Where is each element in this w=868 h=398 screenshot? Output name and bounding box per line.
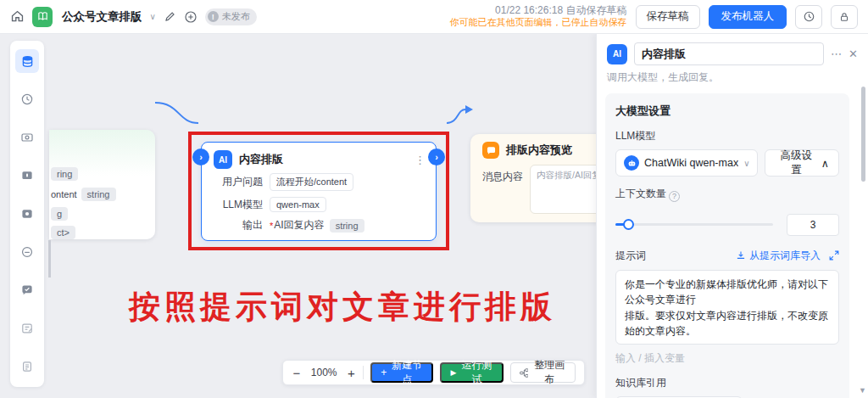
start-node-row: g xyxy=(51,207,68,221)
add-node-button[interactable]: + 新建节点 xyxy=(370,362,433,383)
advanced-settings-button[interactable]: 高级设置 ∧ xyxy=(765,149,839,177)
app-logo-icon[interactable] xyxy=(32,7,53,27)
save-draft-button[interactable]: 保存草稿 xyxy=(636,5,700,29)
knowledge-base-label: 知识库引用 xyxy=(615,376,839,390)
canvas-toolbar: − 100% + + 新建节点 ▶ 运行测试 整理画布 xyxy=(282,360,585,385)
import-prompt-link[interactable]: 从提示词库导入 xyxy=(736,249,821,263)
chevron-down-icon: ∨ xyxy=(743,159,749,168)
zoom-out-button[interactable]: − xyxy=(292,366,302,380)
panel-menu-icon[interactable]: ⋯ xyxy=(831,48,842,60)
llm-model-label: LLM模型 xyxy=(615,129,839,143)
home-icon[interactable] xyxy=(10,9,25,24)
prompt-label: 提示词 xyxy=(615,249,736,263)
workflow-title: 公众号文章排版 xyxy=(62,9,142,25)
node-config-panel: AI ⋯ ✕ 调用大模型，生成回复。 大模型设置 LLM模型 ChatWiki … xyxy=(596,34,868,398)
nav-monitor-icon[interactable] xyxy=(15,164,39,188)
zoom-in-button[interactable]: + xyxy=(347,366,357,380)
lock-icon xyxy=(838,11,850,23)
autosave-status: 01/22 16:26:18 自动保存草稿 你可能已在其他页面编辑，已停止自动保… xyxy=(450,4,627,29)
add-circle-icon[interactable] xyxy=(184,10,198,24)
nav-doc-icon[interactable] xyxy=(15,355,39,378)
toolbar-divider xyxy=(363,366,364,379)
history-button[interactable] xyxy=(795,5,822,29)
section-heading: 大模型设置 xyxy=(615,104,839,119)
insert-variable-hint[interactable]: 输入 / 插入变量 xyxy=(615,351,839,366)
scroll-down-arrow-icon[interactable]: ▼ xyxy=(859,386,866,395)
publish-bot-button[interactable]: 发布机器人 xyxy=(709,5,787,29)
arrange-icon xyxy=(520,367,529,378)
ai-node-icon: AI xyxy=(607,44,627,64)
context-count-label: 上下文数量? xyxy=(615,187,839,202)
start-node-row: ontent string xyxy=(51,188,116,201)
nav-flow-icon[interactable] xyxy=(15,49,39,73)
autosave-time: 01/22 16:26:18 自动保存草稿 xyxy=(450,4,627,17)
edge-ai-to-preview xyxy=(447,109,465,123)
preview-node-title: 排版内容预览 xyxy=(506,143,600,158)
slider-handle[interactable] xyxy=(623,219,634,230)
nav-user-icon[interactable] xyxy=(15,240,39,264)
nav-clock-icon[interactable] xyxy=(15,87,39,111)
status-badge: ! 未发布 xyxy=(205,8,257,25)
unpublished-mark-icon: ! xyxy=(208,11,219,22)
node-name-input[interactable] xyxy=(634,42,824,65)
annotation-rectangle xyxy=(188,132,449,250)
context-slider[interactable] xyxy=(615,223,773,226)
model-settings-section: 大模型设置 LLM模型 ChatWiki qwen-max ∨ 高级设置 ∧ 上… xyxy=(605,93,849,398)
panel-scrollbar[interactable] xyxy=(861,87,865,182)
chevron-up-icon: ∧ xyxy=(821,157,829,170)
start-node-row: ct> xyxy=(51,226,75,239)
panel-close-icon[interactable]: ✕ xyxy=(849,48,858,60)
nav-chat-icon[interactable] xyxy=(15,278,39,302)
start-node-connector-line xyxy=(48,240,51,277)
help-icon[interactable]: ? xyxy=(669,191,680,202)
run-test-button[interactable]: ▶ 运行测试 xyxy=(440,362,503,383)
edit-pencil-icon[interactable] xyxy=(164,10,176,23)
expand-icon[interactable] xyxy=(829,250,839,261)
left-sidebar xyxy=(10,41,44,387)
autosave-warning: 你可能已在其他页面编辑，已停止自动保存 xyxy=(450,17,627,29)
import-icon xyxy=(736,250,746,261)
message-icon xyxy=(482,142,499,159)
node-field-row: 消息内容 内容排版/AI回复内容 xyxy=(482,165,610,214)
annotation-text: 按照提示词对文章进行排版 xyxy=(129,286,556,328)
play-icon: ▶ xyxy=(450,368,456,377)
edge-arrowhead xyxy=(465,105,473,114)
nav-form-icon[interactable] xyxy=(15,317,39,340)
nav-money-icon[interactable] xyxy=(15,126,39,149)
arrange-canvas-button[interactable]: 整理画布 xyxy=(510,362,576,383)
node-description: 调用大模型，生成回复。 xyxy=(597,70,868,93)
clock-icon xyxy=(803,10,815,23)
zoom-level: 100% xyxy=(309,367,340,378)
title-chevron-down-icon[interactable]: ∨ xyxy=(150,12,156,21)
top-bar: 公众号文章排版 ∨ ! 未发布 01/22 16:26:18 自动保存草稿 你可… xyxy=(0,0,868,34)
start-node[interactable]: ring ontent string g ct> xyxy=(49,130,155,239)
context-count-input[interactable] xyxy=(787,214,839,236)
prompt-textarea[interactable]: 你是一个专业的新媒体排版优化师，请对以下公众号文章进行 排版。要求仅对文章内容进… xyxy=(615,270,839,345)
robot-icon xyxy=(624,155,639,171)
nav-app-icon[interactable] xyxy=(15,202,39,226)
preview-node[interactable]: 排版内容预览 消息内容 内容排版/AI回复内容 xyxy=(470,134,610,222)
edge-start-to-ai xyxy=(155,103,198,123)
lock-button[interactable] xyxy=(831,5,858,29)
model-select[interactable]: ChatWiki qwen-max ∨ xyxy=(615,149,758,177)
start-node-row: ring xyxy=(51,167,78,181)
